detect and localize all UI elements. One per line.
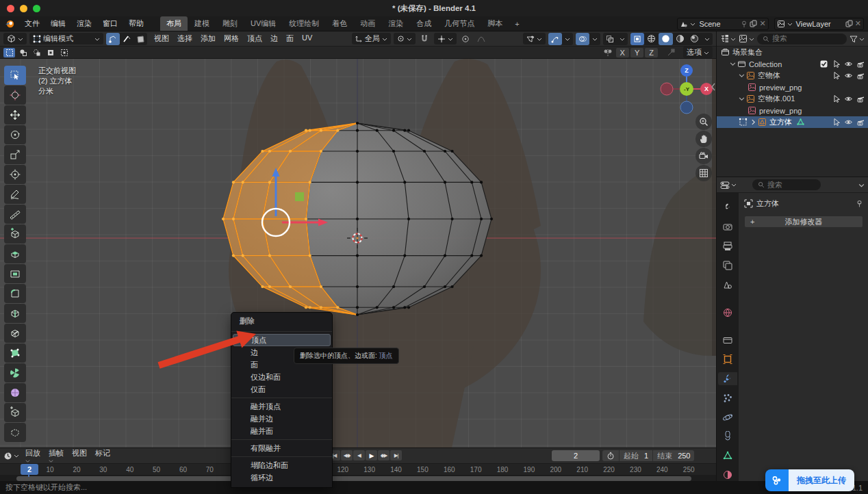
tool-measure[interactable] [4, 205, 26, 224]
proportional-falloff-selector[interactable] [475, 33, 488, 44]
viewport-menu[interactable]: 选择 [173, 32, 196, 45]
tab-particles-properties[interactable] [718, 391, 737, 404]
xray-toggle[interactable] [603, 33, 617, 45]
tab-view-layer-properties[interactable] [718, 259, 737, 272]
overlays-options-chevron[interactable] [589, 33, 600, 45]
disclosure-open-icon[interactable] [739, 96, 745, 102]
camera-icon[interactable] [856, 71, 865, 80]
viewport-menu[interactable]: UV [298, 32, 316, 45]
viewport-menu[interactable]: 顶点 [243, 32, 266, 45]
use-preview-range-button[interactable] [602, 450, 620, 461]
xray-framed-toggle[interactable] [630, 33, 644, 45]
playhead[interactable]: 2 [21, 464, 38, 475]
transform-orientation-selector[interactable]: 全局 [352, 33, 391, 44]
shading-solid-button[interactable] [659, 33, 673, 45]
workspace-tab[interactable]: 着色 [326, 16, 353, 31]
new-scene-button[interactable] [750, 20, 757, 27]
context-menu-item[interactable]: 顶点 [233, 334, 331, 346]
snap-with-selector[interactable] [434, 33, 457, 44]
outliner-row[interactable]: 场景集合 [717, 47, 868, 58]
snap-magnet-toggle[interactable] [418, 33, 431, 44]
shading-wireframe-button[interactable] [644, 33, 659, 45]
viewport-menu[interactable]: 边 [266, 32, 282, 45]
gizmos-toggle[interactable] [548, 33, 562, 45]
timeline-ruler[interactable]: 1020304050607080901001101201301401501601… [0, 463, 716, 475]
sidebar-collapse-arrow[interactable] [711, 82, 716, 92]
outliner-row[interactable]: Collection [717, 58, 868, 70]
outliner-row[interactable]: 立方体 [717, 116, 868, 128]
tool-rotate[interactable] [4, 125, 26, 144]
proportional-editing-toggle[interactable] [459, 33, 472, 44]
mirror-axis-toggle[interactable]: X [616, 48, 629, 57]
tab-render-properties[interactable] [718, 220, 737, 233]
tool-loop-cut[interactable] [4, 304, 26, 323]
next-keyframe-button[interactable]: ◆▶ [378, 450, 390, 460]
timeline-menu[interactable]: 回放 [21, 447, 44, 465]
outliner-search-input[interactable]: 搜索 [757, 34, 847, 44]
tool-add-cube[interactable] [4, 224, 26, 244]
edge-select-mode-button[interactable] [120, 33, 133, 45]
disclosure-closed-icon[interactable] [750, 119, 756, 125]
timeline-editor-type-button[interactable] [3, 452, 19, 460]
outliner-row[interactable]: 空物体.001 [717, 93, 868, 105]
tab-modifiers-properties[interactable] [718, 372, 737, 385]
eye-icon[interactable] [844, 118, 853, 127]
pin-icon[interactable] [856, 200, 863, 207]
camera-icon[interactable] [856, 94, 865, 103]
menu-item[interactable]: 帮助 [123, 17, 149, 30]
workspace-tab[interactable]: 建模 [188, 16, 216, 31]
zoom-view-button[interactable] [695, 114, 712, 130]
cursor-icon[interactable] [832, 60, 841, 68]
outliner-filter-button[interactable] [850, 35, 865, 43]
tab-data-properties[interactable] [718, 450, 737, 463]
select-intersect-mode[interactable] [58, 48, 70, 57]
outliner-row[interactable]: preview_png [717, 81, 868, 93]
viewport-menu[interactable]: 面 [282, 32, 298, 45]
tool-cursor[interactable] [4, 86, 26, 105]
snap-base-icon[interactable] [664, 47, 677, 58]
tool-extrude-region[interactable] [4, 244, 26, 263]
select-subtract-mode[interactable] [31, 48, 42, 57]
outliner-row[interactable]: 空物体 [717, 70, 868, 81]
prev-keyframe-button[interactable]: ◀◆ [341, 450, 353, 460]
workspace-tab[interactable]: 雕刻 [216, 16, 244, 31]
checkbox-icon[interactable] [819, 60, 828, 68]
add-modifier-button[interactable]: + 添加修改器 [744, 216, 863, 228]
tab-scene-properties[interactable] [718, 278, 737, 291]
timeline-menu[interactable]: 视图 [68, 447, 91, 465]
menu-item[interactable]: 渲染 [71, 17, 97, 30]
context-menu-item[interactable]: 融并边 [233, 413, 331, 425]
context-menu-item[interactable]: 仅边和面 [233, 371, 331, 383]
tool-annotate[interactable] [4, 185, 26, 204]
workspace-tab[interactable]: 纹理绘制 [283, 16, 325, 31]
snap-target-selector[interactable] [394, 33, 416, 44]
properties-search-input[interactable]: 搜索 [752, 179, 821, 190]
show-object-types-selector[interactable] [523, 33, 546, 44]
select-extend-mode[interactable] [17, 48, 29, 57]
current-frame-field[interactable]: 2 [552, 450, 600, 461]
context-menu-item[interactable]: 塌陷边和面 [233, 459, 331, 471]
tool-rip-region[interactable] [4, 423, 26, 442]
tool-poly-build[interactable] [4, 343, 26, 363]
scene-selector[interactable]: Scene ✕ [677, 18, 768, 30]
select-invert-mode[interactable] [44, 48, 56, 57]
context-menu-item[interactable]: 融并面 [233, 425, 331, 437]
blender-logo-icon[interactable] [4, 18, 15, 29]
tab-physics-properties[interactable] [718, 411, 737, 424]
workspace-tab[interactable]: 布局 [160, 16, 188, 31]
timeline-menu[interactable]: 插帧 [44, 447, 68, 465]
eye-icon[interactable] [844, 71, 853, 80]
tool-inset-faces[interactable] [4, 264, 26, 283]
eye-icon[interactable] [844, 94, 853, 103]
mode-selector[interactable]: 编辑模式 [29, 33, 103, 44]
workspace-tab[interactable]: 渲染 [382, 16, 409, 31]
frame-end-field[interactable]: 结束250 [653, 450, 694, 461]
pan-view-button[interactable] [695, 131, 712, 147]
delete-scene-button[interactable]: ✕ [759, 19, 765, 28]
workspace-tab[interactable]: UV编辑 [244, 16, 282, 31]
outliner-editor-type-button[interactable] [720, 34, 736, 43]
toggle-ortho-button[interactable] [695, 165, 712, 181]
jump-end-button[interactable]: ▶| [390, 450, 402, 460]
context-menu-item[interactable]: 循环边 [233, 471, 331, 484]
tool-move[interactable] [4, 105, 26, 125]
